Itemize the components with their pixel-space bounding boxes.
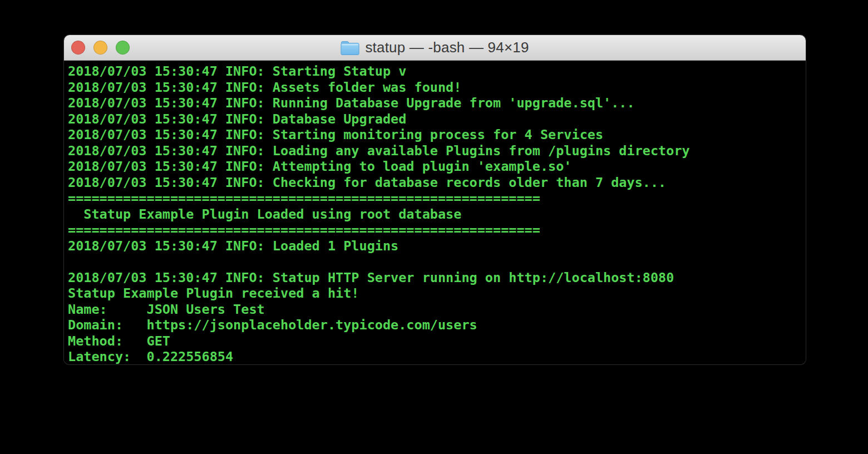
terminal-line: 2018/07/03 15:30:47 INFO: Statup HTTP Se…: [68, 270, 806, 286]
terminal-window: statup — -bash — 94×19 2018/07/03 15:30:…: [64, 35, 806, 364]
terminal-line: 2018/07/03 15:30:47 INFO: Starting Statu…: [68, 63, 806, 80]
terminal-output[interactable]: 2018/07/03 15:30:47 INFO: Starting Statu…: [64, 61, 806, 364]
terminal-line: 2018/07/03 15:30:47 INFO: Assets folder …: [68, 80, 806, 96]
terminal-line: 2018/07/03 15:30:47 INFO: Database Upgra…: [68, 111, 806, 127]
terminal-line: 2018/07/03 15:30:47 INFO: Running Databa…: [68, 95, 806, 111]
folder-icon: [341, 40, 359, 56]
terminal-line: ========================================…: [68, 190, 806, 206]
terminal-line: ========================================…: [68, 222, 806, 238]
window-title: statup — -bash — 94×19: [365, 39, 529, 56]
terminal-line: [68, 254, 806, 270]
terminal-line: 2018/07/03 15:30:47 INFO: Checking for d…: [68, 175, 806, 191]
terminal-line: Name: JSON Users Test: [68, 302, 806, 318]
terminal-line: Method: GET: [68, 333, 806, 349]
window-titlebar[interactable]: statup — -bash — 94×19: [64, 35, 806, 61]
zoom-button[interactable]: [116, 41, 130, 55]
terminal-line: 2018/07/03 15:30:47 INFO: Starting monit…: [68, 127, 806, 143]
terminal-line: Domain: https://jsonplaceholder.typicode…: [68, 317, 806, 333]
desktop-background: statup — -bash — 94×19 2018/07/03 15:30:…: [0, 0, 868, 454]
terminal-line: 2018/07/03 15:30:47 INFO: Loading any av…: [68, 143, 806, 159]
terminal-line: 2018/07/03 15:30:47 INFO: Attempting to …: [68, 159, 806, 175]
terminal-line: Latency: 0.222556854: [68, 349, 806, 364]
close-button[interactable]: [71, 41, 85, 55]
minimize-button[interactable]: [93, 41, 107, 55]
traffic-lights: [71, 35, 130, 60]
terminal-line: Statup Example Plugin Loaded using root …: [68, 206, 806, 223]
window-title-group: statup — -bash — 94×19: [341, 39, 529, 56]
terminal-line: Statup Example Plugin received a hit!: [68, 285, 806, 302]
terminal-line: 2018/07/03 15:30:47 INFO: Loaded 1 Plugi…: [68, 238, 806, 254]
